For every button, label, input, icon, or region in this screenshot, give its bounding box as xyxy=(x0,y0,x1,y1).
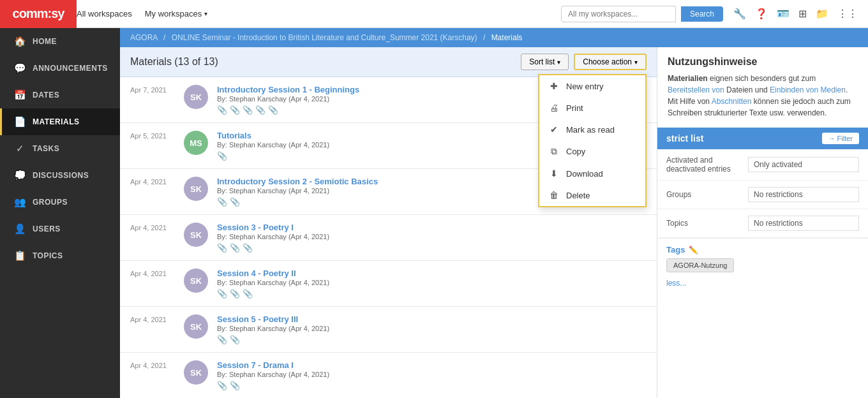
top-bar: comm:sy All workspaces My workspaces ▾ S… xyxy=(0,0,868,28)
sidebar-item-tasks[interactable]: ✓ TASKS xyxy=(0,135,120,162)
app-wrapper: comm:sy All workspaces My workspaces ▾ S… xyxy=(0,0,868,398)
item-meta: Session 5 - Poetry III By: Stephan Karsc… xyxy=(217,314,647,344)
sort-list-button[interactable]: Sort list ▾ xyxy=(521,54,569,70)
top-nav: All workspaces My workspaces ▾ xyxy=(77,9,207,18)
item-meta: Session 7 - Drama I By: Stephan Karschay… xyxy=(217,360,647,390)
chevron-down-icon: ▾ xyxy=(204,10,207,17)
tags-title: Tags xyxy=(666,245,685,254)
restrict-header: strict list → Filter xyxy=(657,128,868,149)
breadcrumb: AGORA / ONLINE Seminar - Introduction to… xyxy=(120,28,868,47)
file-icon: 📎 xyxy=(243,243,253,253)
item-title[interactable]: Session 5 - Poetry III xyxy=(217,314,647,324)
sidebar-item-dates[interactable]: 📅 DATES xyxy=(0,82,120,108)
sidebar-item-home[interactable]: 🏠 HOME xyxy=(0,28,120,55)
file-icon: 📎 xyxy=(268,105,278,115)
dropdown-label-copy: Copy xyxy=(566,147,585,156)
avatar: MS xyxy=(184,131,208,155)
choose-action-button[interactable]: Choose action ▾ xyxy=(574,54,647,70)
dropdown-label-delete: Delete xyxy=(566,191,590,200)
search-button[interactable]: Search xyxy=(681,6,723,22)
file-icon: 📎 xyxy=(230,105,240,115)
item-date: Apr 4, 2021 xyxy=(130,224,175,232)
item-title[interactable]: Session 3 - Poetry I xyxy=(217,223,647,232)
avatar: SK xyxy=(184,269,208,293)
file-icon: 📎 xyxy=(255,105,266,115)
restrict-title: strict list xyxy=(666,133,703,144)
logo-text: comm:sy xyxy=(13,6,64,21)
help-icon[interactable]: ❓ xyxy=(755,8,768,20)
apps-icon[interactable]: ⋮⋮ xyxy=(837,8,858,20)
sidebar-item-dates-label: DATES xyxy=(33,91,59,100)
folder-icon[interactable]: 📁 xyxy=(816,8,828,20)
item-author: By: Stephan Karschay (Apr 4, 2021) xyxy=(217,371,647,378)
breadcrumb-sep-2: / xyxy=(483,33,485,42)
sidebar-item-topics[interactable]: 📋 TOPICS xyxy=(0,242,120,269)
avatar: SK xyxy=(184,360,208,385)
grid-icon[interactable]: ⊞ xyxy=(798,8,807,20)
mark-as-read-icon: ✔ xyxy=(548,124,560,135)
copy-icon: ⧉ xyxy=(548,146,560,157)
avatar: SK xyxy=(184,177,208,201)
action-dropdown-menu: ✚ New entry 🖨 Print ✔ Mark as read xyxy=(538,74,647,207)
delete-icon: 🗑 xyxy=(548,190,560,200)
breadcrumb-current: Materials xyxy=(491,33,523,42)
less-link[interactable]: less... xyxy=(657,276,868,290)
item-title[interactable]: Session 7 - Drama I xyxy=(217,360,647,370)
content-area: AGORA / ONLINE Seminar - Introduction to… xyxy=(120,28,868,398)
item-date: Apr 4, 2021 xyxy=(130,270,175,277)
groups-icon: 👥 xyxy=(13,196,26,208)
header-actions: Sort list ▾ Choose action ▾ ✚ xyxy=(521,54,647,70)
dropdown-item-download[interactable]: ⬇ Download xyxy=(539,163,645,184)
item-meta: Session 4 - Poetry II By: Stephan Karsch… xyxy=(217,269,647,298)
sidebar-item-announcements[interactable]: 💬 ANNOUNCEMENTS xyxy=(0,55,120,82)
announcements-icon: 💬 xyxy=(13,63,26,74)
sidebar-item-materials-label: MATERIALS xyxy=(33,117,80,126)
id-card-icon[interactable]: 🪪 xyxy=(777,8,789,20)
item-author: By: Stephan Karschay (Apr 4, 2021) xyxy=(217,233,647,240)
tags-header: Tags ✏️ xyxy=(657,238,868,258)
right-panel: Nutzungshinweise Materialien eignen sich… xyxy=(657,47,868,398)
item-date: Apr 5, 2021 xyxy=(130,132,175,140)
sidebar-item-tasks-label: TASKS xyxy=(33,144,59,153)
file-icon: 📎 xyxy=(243,289,253,298)
my-workspaces-dropdown[interactable]: My workspaces ▾ xyxy=(145,9,208,18)
tags-edit-icon[interactable]: ✏️ xyxy=(689,246,698,254)
wrench-icon[interactable]: 🔧 xyxy=(733,8,746,20)
dropdown-item-mark-as-read[interactable]: ✔ Mark as read xyxy=(539,119,645,140)
breadcrumb-seminar[interactable]: ONLINE Seminar - Introduction to British… xyxy=(172,33,477,42)
avatar: SK xyxy=(184,223,208,247)
sidebar-item-groups[interactable]: 👥 GROUPS xyxy=(0,189,120,216)
item-title[interactable]: Session 4 - Poetry II xyxy=(217,269,647,278)
item-icons: 📎📎📎 xyxy=(217,243,647,253)
all-workspaces-link[interactable]: All workspaces xyxy=(77,9,132,18)
tag-badge: AGORA-Nutzung xyxy=(666,258,734,272)
item-icons: 📎📎 xyxy=(217,335,647,344)
filter-value-activated: Only activated xyxy=(748,157,859,172)
filter-label-topics: Topics xyxy=(666,219,743,228)
sidebar-item-discussions[interactable]: 💭 DISCUSSIONS xyxy=(0,162,120,189)
sidebar-item-home-label: HOME xyxy=(33,37,57,46)
sidebar-item-materials[interactable]: 📄 MATERIALS xyxy=(0,108,120,135)
filter-button[interactable]: → Filter xyxy=(822,133,860,144)
sidebar-item-users[interactable]: 👤 USERS xyxy=(0,216,120,242)
search-input[interactable] xyxy=(561,6,676,22)
search-area: Search xyxy=(561,6,723,22)
item-date: Apr 4, 2021 xyxy=(130,316,175,323)
avatar: SK xyxy=(184,85,208,109)
file-icon: 📎 xyxy=(243,105,253,115)
logo[interactable]: comm:sy xyxy=(0,0,77,28)
nutzungshinweise-section: Nutzungshinweise Materialien eignen sich… xyxy=(657,47,868,128)
sidebar-item-users-label: USERS xyxy=(33,225,61,233)
file-icon: 📎 xyxy=(217,151,227,161)
sidebar-item-announcements-label: ANNOUNCEMENTS xyxy=(33,64,108,73)
dropdown-label-download: Download xyxy=(566,169,603,179)
file-icon: 📎 xyxy=(230,335,240,344)
dropdown-item-delete[interactable]: 🗑 Delete xyxy=(539,184,645,206)
breadcrumb-agora[interactable]: AGORA xyxy=(130,33,158,42)
item-date: Apr 4, 2021 xyxy=(130,362,175,369)
dropdown-item-copy[interactable]: ⧉ Copy xyxy=(539,140,645,163)
dropdown-item-print[interactable]: 🖨 Print xyxy=(539,97,645,119)
dropdown-item-new-entry[interactable]: ✚ New entry xyxy=(539,75,645,97)
avatar: SK xyxy=(184,314,208,339)
sidebar-item-groups-label: GROUPS xyxy=(33,198,68,207)
